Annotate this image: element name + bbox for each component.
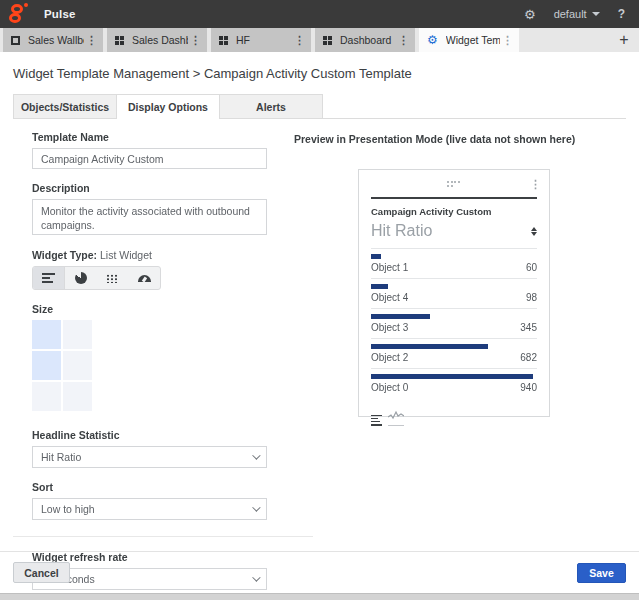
cancel-button[interactable]: Cancel — [13, 562, 70, 583]
widget-type-selector — [32, 266, 161, 290]
donut-widget-button[interactable] — [65, 267, 97, 289]
tab-menu-icon[interactable]: ⋮ — [396, 35, 411, 46]
template-name-input[interactable] — [32, 148, 267, 169]
description-input[interactable]: Monitor the activity associated with out… — [32, 199, 267, 235]
page-title: Widget Template Management > Campaign Ac… — [13, 66, 412, 81]
app-title: Pulse — [44, 8, 76, 20]
object-label: Object 0 — [371, 382, 408, 393]
object-value: 60 — [526, 262, 537, 273]
donut-widget-icon — [75, 272, 87, 284]
headline-statistic-value: Hit Ratio — [41, 451, 81, 463]
tab-widget-template[interactable]: ⚙ Widget Template M ⋮ — [419, 28, 519, 52]
help-icon[interactable]: ? — [618, 7, 625, 21]
headline-statistic-select[interactable]: Hit Ratio — [32, 446, 267, 468]
preview-heading: Preview in Presentation Mode (live data … — [294, 133, 626, 145]
save-button[interactable]: Save — [577, 563, 626, 583]
page-tabs: Objects/Statistics Display Options Alert… — [13, 94, 626, 119]
size-cell[interactable] — [63, 351, 92, 380]
description-label: Description — [32, 182, 267, 194]
form-divider — [13, 536, 313, 537]
app-header: Pulse ⚙ default ? — [0, 0, 639, 28]
list-view-icon[interactable] — [371, 415, 382, 427]
grid-icon — [219, 36, 228, 45]
tab-menu-icon[interactable]: ⋮ — [188, 35, 203, 46]
sort-icon[interactable] — [531, 227, 537, 236]
object-list: Object 1 60 Object 4 98 Object 3 345 — [371, 248, 537, 398]
object-value: 345 — [520, 322, 537, 333]
gauge-widget-icon — [138, 275, 151, 282]
grid-widget-button[interactable] — [97, 267, 129, 289]
widget-menu-icon[interactable]: ⋮ — [530, 179, 541, 190]
grid-icon — [115, 36, 124, 45]
list-item: Object 0 940 — [371, 368, 537, 398]
object-value: 940 — [520, 382, 537, 393]
object-value: 682 — [520, 352, 537, 363]
tab-hf[interactable]: HF ⋮ — [211, 28, 311, 52]
tab-sales-dashboard[interactable]: Sales Dashboard ⋮ — [107, 28, 207, 52]
size-cell[interactable] — [63, 320, 92, 349]
size-cell[interactable] — [32, 382, 61, 411]
tab-menu-icon[interactable]: ⋮ — [292, 35, 307, 46]
value-bar — [371, 374, 533, 379]
size-label: Size — [32, 303, 267, 315]
chevron-down-icon — [252, 573, 260, 581]
value-bar — [371, 314, 430, 319]
value-bar — [371, 254, 381, 259]
preview-panel: Preview in Presentation Mode (live data … — [294, 133, 626, 417]
profile-dropdown[interactable]: default — [554, 8, 600, 20]
dashboard-tab-strip: Sales Wallboard ⋮ Sales Dashboard ⋮ HF ⋮… — [0, 28, 639, 52]
value-bar — [371, 284, 388, 289]
list-item: Object 2 682 — [371, 338, 537, 368]
widget-type-line: Widget Type: List Widget — [32, 249, 267, 261]
headline-statistic-label: Headline Statistic — [32, 429, 267, 441]
chevron-down-icon — [252, 503, 260, 511]
widget-type-label: Widget Type: — [32, 249, 97, 261]
list-item: Object 3 345 — [371, 308, 537, 338]
display-options-form: Template Name Description Monitor the ac… — [32, 131, 267, 590]
object-value: 98 — [526, 292, 537, 303]
list-widget-icon — [42, 273, 55, 283]
object-label: Object 4 — [371, 292, 408, 303]
gear-icon: ⚙ — [427, 34, 438, 46]
list-item: Object 4 98 — [371, 278, 537, 308]
wallboard-icon — [11, 36, 20, 45]
tab-menu-icon[interactable]: ⋮ — [84, 35, 99, 46]
chevron-down-icon — [592, 12, 600, 16]
chevron-down-icon — [252, 451, 260, 459]
object-label: Object 3 — [371, 322, 408, 333]
value-bar — [371, 344, 488, 349]
gauge-widget-button[interactable] — [128, 267, 160, 289]
template-name-label: Template Name — [32, 131, 267, 143]
widget-type-value: List Widget — [100, 249, 152, 261]
grid-widget-icon — [106, 274, 119, 283]
grid-icon — [323, 36, 332, 45]
list-item: Object 1 60 — [371, 248, 537, 278]
bottom-strip — [0, 593, 639, 600]
size-cell[interactable] — [63, 382, 92, 411]
tab-objects-statistics[interactable]: Objects/Statistics — [13, 94, 117, 118]
sparkline-view-icon[interactable] — [388, 406, 404, 426]
tab-sales-wallboard[interactable]: Sales Wallboard ⋮ — [3, 28, 103, 52]
profile-label: default — [554, 8, 587, 20]
tab-menu-icon[interactable]: ⋮ — [500, 35, 515, 46]
add-tab-button[interactable]: + — [609, 28, 639, 52]
card-rule — [371, 197, 537, 199]
size-cell[interactable] — [32, 351, 61, 380]
tab-dashboard[interactable]: Dashboard ⋮ — [315, 28, 415, 52]
widget-title: Campaign Activity Custom — [371, 206, 537, 217]
list-widget-button[interactable] — [33, 267, 65, 289]
sort-label: Sort — [32, 481, 267, 493]
object-label: Object 1 — [371, 262, 408, 273]
widget-statistic-name: Hit Ratio — [371, 222, 432, 240]
widget-preview-card: ⋮ Campaign Activity Custom Hit Ratio Obj… — [358, 169, 550, 417]
size-cell[interactable] — [32, 320, 61, 349]
sort-value: Low to high — [41, 503, 95, 515]
size-grid — [32, 320, 92, 411]
tab-display-options[interactable]: Display Options — [116, 94, 220, 118]
settings-gear-icon[interactable]: ⚙ — [524, 8, 536, 21]
genesys-logo-icon — [8, 3, 30, 25]
drag-handle-icon[interactable] — [447, 181, 461, 187]
sort-select[interactable]: Low to high — [32, 498, 267, 520]
footer-divider — [0, 551, 639, 552]
tab-alerts[interactable]: Alerts — [219, 94, 323, 118]
